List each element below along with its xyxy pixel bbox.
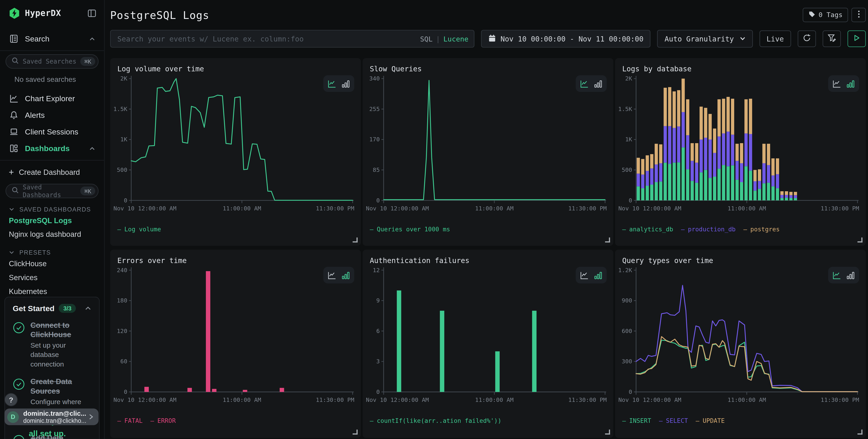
line-chart-toggle-icon[interactable]: [580, 271, 588, 279]
resize-handle[interactable]: [858, 238, 863, 243]
avatar: D: [7, 411, 19, 422]
lucene-mode-toggle[interactable]: Lucene: [443, 35, 468, 43]
saved-dashboards-section-header[interactable]: SAVED DASHBOARDS: [9, 206, 104, 213]
svg-text:85: 85: [373, 166, 380, 173]
help-button[interactable]: ?: [5, 394, 17, 406]
create-dashboard-label: Create Dashboard: [19, 168, 80, 176]
svg-text:Nov 10 12:00:00 AM: Nov 10 12:00:00 AM: [114, 205, 177, 212]
resize-handle[interactable]: [352, 238, 358, 243]
search-menu-icon: [9, 34, 19, 43]
chart-legend: —Queries over 1000 ms: [370, 226, 613, 233]
bar-chart-toggle-icon[interactable]: [846, 79, 855, 88]
legend-item[interactable]: —postgres: [743, 226, 780, 233]
svg-text:170: 170: [369, 136, 380, 143]
legend-item[interactable]: —countIf(like(arr..ation failed%')): [370, 417, 501, 425]
step-desc: Set up your database connection: [31, 341, 91, 369]
legend-item[interactable]: —Queries over 1000 ms: [370, 226, 450, 233]
svg-text:0: 0: [376, 388, 380, 395]
sidebar-item-postgresql-logs[interactable]: PostgreSQL Logs: [0, 214, 104, 227]
svg-text:1K: 1K: [120, 136, 127, 143]
legend-item[interactable]: —INSERT: [622, 417, 651, 425]
tags-label: 0 Tags: [818, 11, 842, 19]
svg-text:3: 3: [376, 358, 380, 365]
sidebar-item-dashboards[interactable]: Dashboards: [0, 140, 104, 157]
chart-title: Log volume over time: [117, 65, 361, 73]
chart-canvas[interactable]: 129630Nov 10 12:00:00 AM11:00:00 AM11:30…: [366, 266, 613, 416]
legend-item[interactable]: —Log volume: [117, 226, 161, 233]
sidebar-item-services[interactable]: Services: [0, 271, 104, 285]
chart-type-toggle: [576, 75, 607, 92]
chart-canvas[interactable]: 2K1.5K1K5000Nov 10 12:00:00 AM11:00:00 A…: [618, 74, 866, 225]
line-chart-toggle-icon[interactable]: [328, 271, 336, 279]
legend-item[interactable]: —FATAL: [117, 417, 143, 425]
plus-icon: +: [9, 167, 14, 177]
search-icon: [11, 186, 19, 196]
tags-button[interactable]: 0 Tags: [803, 8, 848, 22]
create-dashboard-button[interactable]: + Create Dashboard: [0, 164, 104, 181]
sidebar-item-kubernetes[interactable]: Kubernetes: [0, 284, 104, 299]
shortcut-badge: ⌘K: [81, 186, 95, 195]
chevron-up-icon[interactable]: [85, 305, 91, 312]
saved-searches-input[interactable]: Saved Searches ⌘K: [5, 54, 98, 69]
bar-chart-toggle-icon[interactable]: [341, 79, 350, 88]
resize-handle[interactable]: [858, 430, 863, 435]
bar-chart-toggle-icon[interactable]: [594, 271, 602, 279]
bar-chart-toggle-icon[interactable]: [341, 271, 350, 279]
collapse-sidebar-icon[interactable]: [88, 9, 96, 18]
svg-text:240: 240: [117, 267, 127, 274]
presets-section-header[interactable]: PRESETS: [9, 249, 104, 256]
chart-canvas[interactable]: 1.2K9006003000Nov 10 12:00:00 AM11:00:00…: [618, 266, 866, 416]
svg-text:11:30:00 PM: 11:30:00 PM: [820, 205, 859, 212]
svg-text:2K: 2K: [120, 75, 127, 82]
granularity-select[interactable]: Auto Granularity: [657, 30, 753, 48]
legend-item[interactable]: —production_db: [681, 226, 736, 233]
chart-canvas[interactable]: 340255170850Nov 10 12:00:00 AM11:00:00 A…: [366, 74, 613, 225]
event-search-input[interactable]: [116, 34, 420, 43]
sql-mode-toggle[interactable]: SQL: [420, 35, 433, 43]
user-account-chip[interactable]: D dominic.tran@clic... dominic.tran@clic…: [4, 408, 98, 425]
legend-item[interactable]: —analytics_db: [622, 226, 673, 233]
svg-text:500: 500: [622, 166, 632, 173]
filter-button[interactable]: [823, 31, 841, 47]
legend-item[interactable]: —SELECT: [659, 417, 688, 425]
svg-text:900: 900: [622, 297, 632, 304]
refresh-button[interactable]: [798, 31, 816, 47]
resize-handle[interactable]: [605, 238, 610, 243]
line-chart-toggle-icon[interactable]: [833, 79, 841, 88]
hyperdx-logo-icon: [9, 8, 20, 19]
run-query-button[interactable]: [847, 31, 866, 47]
chart-canvas[interactable]: 240180120600Nov 10 12:00:00 AM11:00:00 A…: [114, 266, 361, 416]
line-chart-toggle-icon[interactable]: [328, 79, 336, 88]
chevron-right-icon: [88, 413, 94, 420]
sidebar-item-clickhouse[interactable]: ClickHouse: [0, 257, 104, 271]
saved-dashboards-input[interactable]: Saved Dashboards ⌘K: [5, 184, 98, 198]
chart-legend: —Log volume: [117, 226, 361, 233]
svg-text:120: 120: [117, 327, 127, 334]
svg-text:11:00:00 AM: 11:00:00 AM: [727, 205, 766, 212]
event-search-box[interactable]: SQL | Lucene: [110, 30, 474, 48]
shortcut-badge: ⌘K: [81, 57, 95, 66]
bar-chart-toggle-icon[interactable]: [594, 79, 602, 88]
get-started-step-connect[interactable]: Connect to ClickHouse Set up your databa…: [5, 316, 99, 373]
sidebar-item-client-sessions[interactable]: Client Sessions: [0, 124, 104, 140]
more-menu-button[interactable]: [851, 8, 866, 22]
svg-text:0: 0: [124, 197, 127, 204]
chart-canvas[interactable]: 2K1.5K1K5000Nov 10 12:00:00 AM11:00:00 A…: [114, 74, 361, 225]
refresh-icon: [803, 34, 811, 44]
date-range-picker[interactable]: Nov 10 00:00:00 - Nov 11 00:00:00: [481, 30, 651, 48]
sidebar-item-chart-explorer[interactable]: Chart Explorer: [0, 90, 104, 107]
svg-text:1K: 1K: [625, 136, 632, 143]
line-chart-toggle-icon[interactable]: [580, 79, 588, 88]
legend-item[interactable]: —UPDATE: [696, 417, 724, 425]
sidebar-item-alerts[interactable]: Alerts: [0, 107, 104, 124]
legend-item[interactable]: —ERROR: [150, 417, 176, 425]
svg-text:11:30:00 PM: 11:30:00 PM: [316, 205, 354, 212]
line-chart-toggle-icon[interactable]: [833, 271, 841, 279]
sidebar-item-search[interactable]: Search: [0, 31, 104, 47]
saved-dashboards-placeholder: Saved Dashboards: [23, 183, 81, 199]
resize-handle[interactable]: [352, 430, 358, 435]
live-button[interactable]: Live: [759, 31, 791, 47]
sidebar-item-nginx-logs-dashboard[interactable]: Nginx logs dashboard: [0, 227, 104, 241]
resize-handle[interactable]: [605, 430, 610, 435]
bar-chart-toggle-icon[interactable]: [846, 271, 855, 279]
